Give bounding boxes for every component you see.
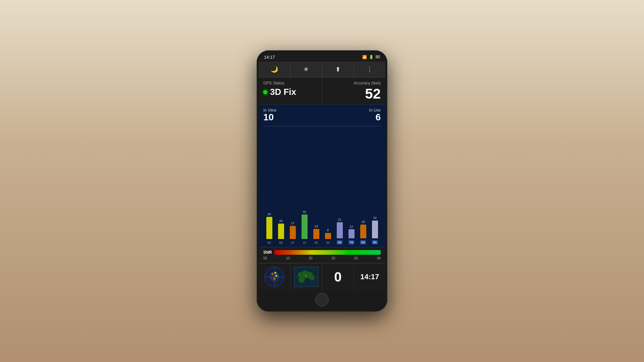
app-toolbar: 🌙 ✳ ⬆ ⋮	[259, 62, 385, 77]
bar-label-07: 07	[291, 241, 294, 244]
chart-bar-02: 2902	[266, 213, 272, 244]
phone-wrapper: 14:17 📶 🔋 80 🌙 ✳ ⬆ ⋮	[257, 50, 387, 312]
snr-area: SNR 00 10 20 30 50 99	[259, 247, 385, 263]
battery-level: 80	[376, 55, 380, 59]
asterisk-icon: ✳	[304, 66, 309, 73]
bar-label-06: 06	[279, 241, 282, 244]
gps-fix-text: 3D Fix	[270, 87, 296, 97]
gps-status-box: GPS Status 3D Fix	[259, 77, 322, 104]
snr-label-row: SNR	[263, 250, 381, 255]
bar-value-84: 18	[361, 220, 365, 224]
bar-rect-30	[325, 233, 331, 239]
bar-label-69: 69	[337, 240, 342, 244]
sky-sat-5	[270, 277, 272, 279]
chart-bar-84: 1884	[360, 220, 366, 244]
bottom-nav: 0 14:17	[259, 263, 385, 290]
satellite-chart: 290220061707321013208302169127918842385	[263, 126, 381, 244]
speed-display-button[interactable]: 0	[322, 263, 354, 290]
in-use-section: In Use 6	[369, 108, 381, 122]
bar-value-85: 23	[373, 216, 376, 220]
bar-value-69: 21	[338, 218, 341, 221]
bar-rect-07	[290, 226, 296, 239]
bar-rect-85	[372, 221, 378, 238]
sky-view-button[interactable]	[259, 263, 290, 290]
sky-sat-1	[271, 273, 273, 275]
accuracy-box: Accuracy (feet) 52	[322, 77, 386, 104]
bar-rect-69	[337, 222, 343, 238]
status-time: 14:17	[264, 55, 275, 60]
gps-status-value: 3D Fix	[263, 87, 317, 97]
bar-label-79: 79	[348, 240, 354, 244]
chart-bar-30: 830	[325, 229, 331, 244]
time-display-button[interactable]: 14:17	[354, 263, 385, 290]
bar-label-30: 30	[326, 241, 329, 244]
bar-value-10: 32	[303, 210, 306, 214]
status-bar: 14:17 📶 🔋 80	[259, 52, 385, 62]
snr-scale-10: 10	[286, 256, 290, 260]
sky-view-widget	[264, 267, 284, 287]
snr-scale-30: 30	[331, 256, 335, 260]
phone-screen: 14:17 📶 🔋 80 🌙 ✳ ⬆ ⋮	[259, 52, 385, 310]
chart-bar-85: 2385	[372, 216, 378, 244]
home-button-area	[259, 290, 385, 310]
bar-value-79: 12	[350, 225, 353, 228]
chart-bar-79: 1279	[348, 225, 355, 244]
satellite-header: In View 10 In Use 6	[263, 108, 381, 122]
chart-bar-07: 1707	[290, 222, 296, 244]
chart-bar-69: 2169	[337, 218, 343, 244]
bar-rect-06	[278, 224, 284, 239]
in-view-count: 10	[263, 113, 276, 122]
world-map-button[interactable]	[290, 263, 322, 290]
bar-rect-02	[266, 217, 272, 239]
info-row: GPS Status 3D Fix Accuracy (feet) 52	[259, 77, 385, 105]
bar-label-02: 02	[267, 241, 271, 244]
chart-bar-20: 1320	[313, 225, 319, 244]
sky-sat-4	[274, 272, 276, 274]
bar-label-10: 10	[303, 241, 306, 244]
gps-status-label: GPS Status	[263, 81, 317, 85]
overflow-icon: ⋮	[367, 66, 373, 73]
star-button[interactable]: ✳	[290, 62, 322, 77]
share-button[interactable]: ⬆	[322, 62, 354, 77]
world-equator-line	[294, 277, 318, 277]
home-button[interactable]	[315, 293, 329, 306]
bar-label-20: 20	[314, 241, 318, 244]
bar-value-06: 20	[279, 219, 282, 223]
snr-label: SNR	[263, 250, 272, 255]
snr-scale-50: 50	[354, 256, 358, 260]
time-value: 14:17	[360, 273, 379, 281]
bar-rect-10	[302, 215, 308, 239]
snr-scale-20: 20	[309, 256, 313, 260]
share-icon: ⬆	[335, 66, 340, 73]
in-view-section: In View 10	[263, 108, 276, 122]
bar-value-07: 17	[291, 222, 294, 225]
speed-value: 0	[334, 269, 341, 285]
sky-sat-2	[275, 275, 277, 277]
snr-scale: 00 10 20 30 50 99	[263, 256, 381, 260]
bar-label-85: 85	[372, 240, 377, 244]
wifi-icon: 📶	[362, 55, 367, 59]
bar-value-02: 29	[267, 213, 271, 216]
moon-icon: 🌙	[271, 66, 278, 73]
more-options-button[interactable]: ⋮	[354, 62, 385, 77]
phone-device: 14:17 📶 🔋 80 🌙 ✳ ⬆ ⋮	[257, 50, 387, 312]
bar-label-84: 84	[360, 240, 366, 244]
accuracy-label: Accuracy (feet)	[327, 81, 381, 85]
snr-scale-99: 99	[377, 256, 381, 260]
night-mode-button[interactable]: 🌙	[259, 62, 290, 77]
bar-value-20: 13	[314, 225, 318, 228]
snr-bar	[274, 250, 381, 255]
bar-rect-20	[313, 229, 319, 239]
satellite-area: In View 10 In Use 6 29022006170732101320…	[259, 105, 385, 247]
world-map-widget	[294, 267, 318, 287]
gps-indicator-dot	[263, 90, 267, 94]
snr-scale-00: 00	[263, 256, 267, 260]
in-use-count: 6	[369, 113, 381, 122]
chart-bar-10: 3210	[302, 210, 308, 244]
bar-rect-79	[348, 229, 355, 238]
battery-icon: 🔋	[369, 55, 374, 59]
sky-crosshair-v	[274, 267, 275, 287]
status-icons: 📶 🔋 80	[362, 55, 380, 59]
chart-bar-06: 2006	[278, 219, 284, 244]
bar-value-30: 8	[327, 229, 329, 232]
